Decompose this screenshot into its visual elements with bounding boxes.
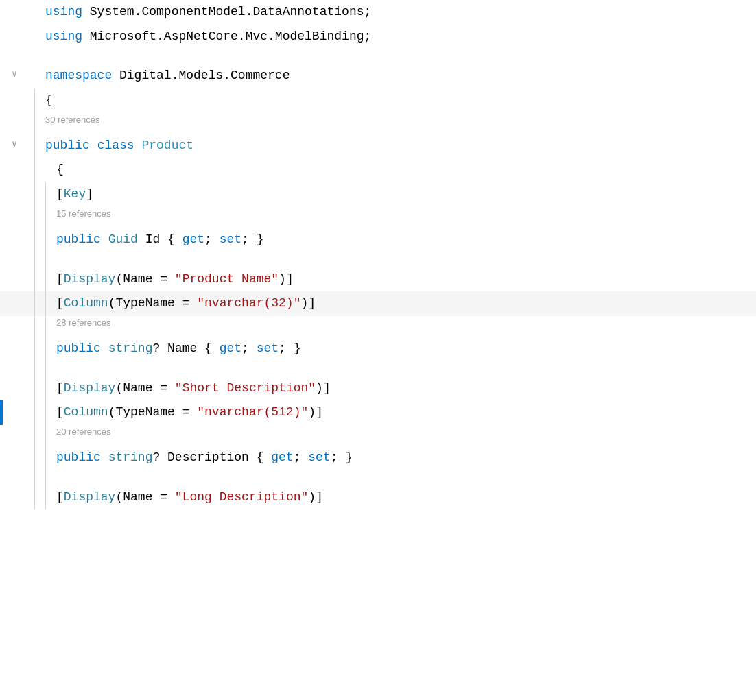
semi-desc1: ; xyxy=(294,450,309,464)
col2-typename: (TypeName = xyxy=(108,405,198,419)
display3-paren: (Name = xyxy=(115,490,174,504)
code-editor: using System.ComponentModel.DataAnnotati… xyxy=(0,0,756,700)
vline-ns xyxy=(29,88,40,113)
keyword-using1: using xyxy=(45,5,82,19)
vline-hint20-inner xyxy=(40,425,51,446)
kw-set-guid: set xyxy=(220,232,241,246)
hint-row-15: 15 references xyxy=(0,207,756,228)
attr-key: Key xyxy=(64,187,86,201)
close-guid: ; } xyxy=(241,232,263,246)
gutter xyxy=(0,0,29,25)
close-desc: ; } xyxy=(331,450,353,464)
vline-class-brace-inner xyxy=(40,158,51,182)
bracket-open-col1: [ xyxy=(56,296,64,310)
type-guid: Guid xyxy=(108,232,138,246)
code-content-display2[interactable]: [Display(Name = "Short Description")] xyxy=(51,376,756,401)
kw-public-name: public xyxy=(56,341,101,355)
desc-prop-body: ? Description { xyxy=(152,450,271,464)
vline-hint15-outer xyxy=(29,207,40,228)
vline-column1-inner xyxy=(40,291,51,316)
ns-using2: Microsoft.AspNetCore.Mvc.ModelBinding; xyxy=(82,29,371,43)
code-content-guid[interactable]: public Guid Id { get; set; } xyxy=(51,228,756,252)
gutter-display1 xyxy=(0,267,29,292)
id-prop: Id { xyxy=(138,232,182,246)
vline-blank3-outer xyxy=(29,361,40,376)
space-guid1 xyxy=(101,232,108,246)
vline-class-outer xyxy=(29,134,40,158)
code-content-display1[interactable]: [Display(Name = "Product Name")] xyxy=(51,267,756,292)
vline-blank2-inner xyxy=(40,252,51,267)
display2-paren: (Name = xyxy=(115,381,174,395)
kw-set-name: set xyxy=(257,341,279,355)
vline-display3-inner xyxy=(40,485,51,510)
vline-column2-outer xyxy=(29,400,40,425)
vline-display1-outer xyxy=(29,267,40,292)
blank-line-2 xyxy=(0,252,756,267)
attr-display2: Display xyxy=(64,381,116,395)
code-line-name-prop: public string? Name { get; set; } xyxy=(0,337,756,361)
code-line-ns-brace: { xyxy=(0,88,756,113)
code-content-column1[interactable]: [Column(TypeName = "nvarchar(32)")] xyxy=(51,291,756,316)
code-content-namespace[interactable]: namespace Digital.Models.Commerce xyxy=(40,64,756,88)
vline-column2-inner xyxy=(40,400,51,425)
vline-display2-inner xyxy=(40,376,51,401)
vline-name-prop-outer xyxy=(29,337,40,361)
vline-guid-inner xyxy=(40,228,51,252)
vline-spacer xyxy=(29,0,40,25)
col1-typename: (TypeName = xyxy=(108,296,198,310)
blank-line-4 xyxy=(0,470,756,485)
gutter-ns-brace xyxy=(0,88,29,113)
code-content-column2[interactable]: [Column(TypeName = "nvarchar(512)")] xyxy=(51,400,756,425)
code-content-ns-brace[interactable]: { xyxy=(40,88,756,113)
code-line-class-brace: { xyxy=(0,158,756,182)
ns-namespace: Digital.Models.Commerce xyxy=(112,69,290,82)
col2-close: )] xyxy=(308,405,323,419)
hint-20-references: 20 references xyxy=(51,425,117,446)
code-line-using2: using Microsoft.AspNetCore.Mvc.ModelBind… xyxy=(0,25,756,49)
code-content-key[interactable]: [Key] xyxy=(51,182,756,207)
code-content-class-brace[interactable]: { xyxy=(51,158,756,182)
gutter-hint15 xyxy=(0,207,29,228)
code-content-desc-prop[interactable]: public string? Description { get; set; } xyxy=(51,446,756,470)
hint-row-20: 20 references xyxy=(0,425,756,446)
code-content-using2[interactable]: using Microsoft.AspNetCore.Mvc.ModelBind… xyxy=(40,25,756,49)
gutter-blank3 xyxy=(0,361,29,376)
display1-paren: (Name = xyxy=(115,272,174,286)
vline-column1-outer xyxy=(29,291,40,316)
kw-public-guid: public xyxy=(56,232,101,246)
gutter-blank4 xyxy=(0,470,29,485)
string-nvarchar32: "nvarchar(32)" xyxy=(197,296,300,310)
hint-28-references: 28 references xyxy=(51,316,117,337)
vline-blank4-inner xyxy=(40,470,51,485)
collapse-arrow-namespace[interactable]: ∨ xyxy=(12,68,17,82)
close-name: ; } xyxy=(279,341,300,355)
vline-display1-inner xyxy=(40,267,51,292)
blank-line-3 xyxy=(0,361,756,376)
collapse-arrow-class[interactable]: ∨ xyxy=(12,138,17,152)
code-content-display3[interactable]: [Display(Name = "Long Description")] xyxy=(51,485,756,510)
gutter-column2 xyxy=(0,400,29,425)
code-line-column2: [Column(TypeName = "nvarchar(512)")] xyxy=(0,400,756,425)
bracket-open-display1: [ xyxy=(56,272,64,286)
attr-display1: Display xyxy=(64,272,116,286)
code-line-key: [Key] xyxy=(0,182,756,207)
code-content-class[interactable]: public class Product xyxy=(40,134,756,158)
type-string-desc: string xyxy=(108,450,153,464)
kw-public-class: public xyxy=(45,138,90,152)
code-line-display3: [Display(Name = "Long Description")] xyxy=(0,485,756,510)
vline-key-inner xyxy=(40,182,51,207)
brace-open-class: { xyxy=(56,162,64,176)
code-line-namespace: ∨ namespace Digital.Models.Commerce xyxy=(0,64,756,88)
type-string-name: string xyxy=(108,341,153,355)
code-content-name-prop[interactable]: public string? Name { get; set; } xyxy=(51,337,756,361)
semi-guid1: ; xyxy=(204,232,220,246)
gutter-blank2 xyxy=(0,252,29,267)
string-product-name: "Product Name" xyxy=(175,272,279,286)
class-name-product: Product xyxy=(141,138,193,152)
gutter-display2 xyxy=(0,376,29,401)
code-content-using1[interactable]: using System.ComponentModel.DataAnnotati… xyxy=(40,0,756,25)
space-name1 xyxy=(101,341,108,355)
hint-15-references: 15 references xyxy=(51,207,117,228)
kw-public-desc: public xyxy=(56,450,101,464)
string-long-desc: "Long Description" xyxy=(175,490,308,504)
